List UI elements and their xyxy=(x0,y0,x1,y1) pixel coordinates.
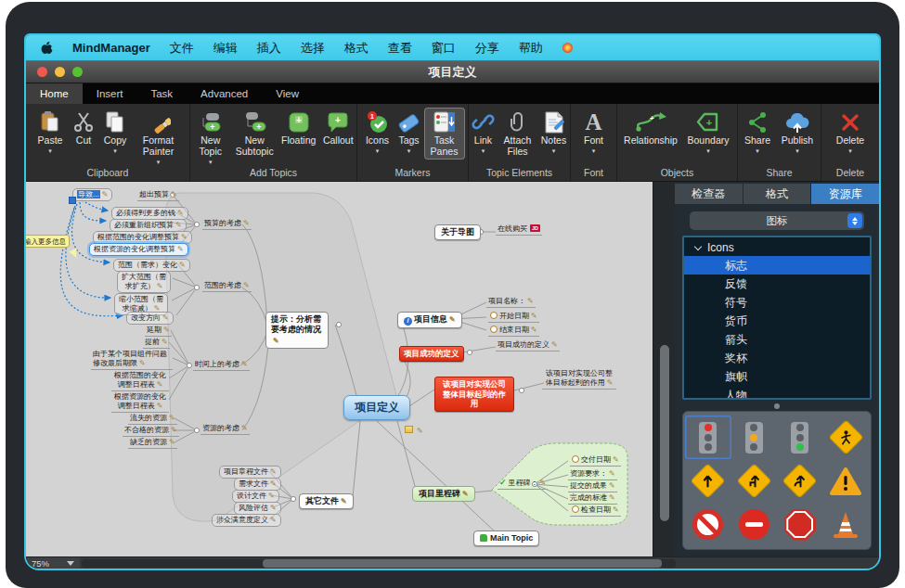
menu-share[interactable]: 分享 xyxy=(475,40,499,57)
topic[interactable]: 资源要求：✎ xyxy=(568,469,617,480)
task-panes-button[interactable]: Task Panes xyxy=(425,109,464,159)
topic[interactable]: 范围（需求）变化✎ xyxy=(113,259,190,272)
tree-item-flags[interactable]: 旗帜 xyxy=(684,367,870,386)
traffic-light-red-icon[interactable] xyxy=(685,415,731,459)
relationship-button[interactable]: + Relationship xyxy=(620,109,681,147)
horizontal-scrollbar[interactable] xyxy=(82,559,676,568)
link-button[interactable]: Link▾ xyxy=(470,109,498,155)
attach-files-button[interactable]: Attach Files xyxy=(498,109,537,159)
topic-success-definition[interactable]: 项目成功的定义 xyxy=(399,346,464,362)
menu-select[interactable]: 选择 xyxy=(301,40,325,57)
close-window-icon[interactable] xyxy=(37,67,47,77)
prohibition-sign-icon[interactable] xyxy=(685,503,731,546)
topic[interactable]: 检查日期✎ xyxy=(570,505,621,517)
menu-app-name[interactable]: MindManager xyxy=(72,41,150,55)
branch-arrow-sign-icon[interactable] xyxy=(777,459,823,503)
merge-arrow-sign-icon[interactable] xyxy=(731,459,778,503)
topic[interactable]: 延期✎ xyxy=(145,326,172,337)
menu-insert[interactable]: 插入 xyxy=(257,40,281,57)
menu-help[interactable]: 帮助 xyxy=(519,40,543,57)
tree-item-trophies[interactable]: 奖杯 xyxy=(684,349,870,367)
topic[interactable]: 项目成功的定义✎ xyxy=(496,340,560,352)
sidebar-tab-format[interactable]: 格式 xyxy=(743,184,811,204)
topic[interactable]: 时间上的考虑✎ xyxy=(193,360,250,371)
floating-topic-button[interactable]: + Floating xyxy=(278,109,319,147)
topic[interactable]: 风险评估✎ xyxy=(234,502,281,515)
cut-button[interactable]: Cut xyxy=(70,109,97,147)
topic-milestone[interactable]: ✓里程碑：✎ xyxy=(498,478,548,490)
tree-item-feedback[interactable]: 反馈 xyxy=(684,275,870,293)
topic[interactable]: 提交的成果✎ xyxy=(568,481,617,492)
topic-company-goal[interactable]: 该项目对实现公司整体目标起到的作用 xyxy=(434,377,514,412)
menu-format[interactable]: 格式 xyxy=(344,40,368,57)
traffic-light-green-icon[interactable] xyxy=(777,415,823,459)
notes-button[interactable]: Notes▾ xyxy=(538,109,570,155)
topic[interactable]: 涉众满意度定义✎ xyxy=(212,514,281,527)
topic[interactable]: 结束日期✎ xyxy=(488,326,539,337)
tree-item-people[interactable]: 人物 xyxy=(684,386,870,400)
apple-menu[interactable] xyxy=(41,40,53,57)
topic[interactable]: 必须得到更多的钱✎ xyxy=(111,207,188,220)
topic[interactable]: 资源的考虑✎ xyxy=(200,424,250,435)
menu-file[interactable]: 文件 xyxy=(170,40,194,57)
tab-task[interactable]: Task xyxy=(136,83,187,104)
no-entry-sign-icon[interactable] xyxy=(731,503,778,546)
topic[interactable]: 交付日期✎ xyxy=(570,455,621,467)
tab-advanced[interactable]: Advanced xyxy=(187,83,262,104)
font-button[interactable]: A Font▾ xyxy=(576,109,612,155)
topic-main-topic[interactable]: Main Topic xyxy=(473,530,539,546)
tree-root-icons[interactable]: Icons xyxy=(684,237,870,256)
topic-hint[interactable]: 提示：分析需要考虑的情况✎ xyxy=(265,312,329,349)
tab-home[interactable]: Home xyxy=(26,83,83,104)
topic[interactable]: 完成的标准✎ xyxy=(568,493,617,505)
straight-arrow-sign-icon[interactable] xyxy=(685,459,731,503)
traffic-light-yellow-icon[interactable] xyxy=(731,415,778,459)
topic[interactable]: 根据资源的变化调整日程表✎ xyxy=(111,392,169,413)
topic[interactable]: 提前✎ xyxy=(143,338,170,349)
panel-resize-handle[interactable] xyxy=(774,403,780,409)
topic[interactable]: 由于某个项目组件问题修改最后期限✎ xyxy=(91,350,173,370)
dropdown-stepper-icon[interactable] xyxy=(847,213,862,228)
vertical-scrollbar[interactable] xyxy=(653,182,675,556)
new-subtopic-button[interactable]: + New Subtopic xyxy=(232,109,278,159)
callout-topic[interactable]: 输入更多信息 xyxy=(26,235,70,248)
topic-buy-online[interactable]: 在线购买JD xyxy=(496,224,542,236)
central-topic[interactable]: 项目定义 xyxy=(343,395,410,420)
topic[interactable]: 需求文件✎ xyxy=(234,478,281,491)
minimize-window-icon[interactable] xyxy=(55,67,65,77)
topic[interactable]: 开始日期✎ xyxy=(488,312,539,323)
share-button[interactable]: Share▾ xyxy=(740,109,775,155)
warning-triangle-icon[interactable] xyxy=(823,459,870,503)
topic-selected[interactable]: 根据资源的变化调整预算✎ xyxy=(89,243,188,256)
topic-daozhi[interactable]: 导致...✎ xyxy=(72,188,112,201)
pedestrian-crossing-icon[interactable] xyxy=(823,415,870,459)
notification-flame-icon[interactable] xyxy=(562,43,573,53)
mind-map-canvas[interactable]: 导致...✎ 超出预算✎ 必须得到更多的钱✎ 必须重新组织预算✎ 根据范围的变化… xyxy=(26,182,653,556)
traffic-cone-icon[interactable] xyxy=(823,503,870,546)
sidebar-tab-library[interactable]: 资源库 xyxy=(811,184,879,204)
topic[interactable]: 改变方向✎ xyxy=(126,312,174,325)
paste-button[interactable]: Paste▾ xyxy=(32,109,69,155)
topic[interactable]: 预算的考虑✎ xyxy=(202,219,252,230)
sidebar-tab-inspector[interactable]: 检查器 xyxy=(675,184,743,204)
callout-button[interactable]: + Callout xyxy=(319,109,356,147)
horizontal-scrollbar-thumb[interactable] xyxy=(263,559,662,568)
tree-item-arrows[interactable]: 箭头 xyxy=(684,330,870,349)
tags-button[interactable]: Tags▾ xyxy=(394,109,424,155)
zoom-window-icon[interactable] xyxy=(72,67,83,77)
topic[interactable]: 范围的考虑✎ xyxy=(202,281,252,292)
topic[interactable]: 流失的资源✎ xyxy=(128,414,177,425)
tree-item-currency[interactable]: 货币 xyxy=(684,312,870,330)
topic-project-info[interactable]: i项目信息✎ xyxy=(397,312,462,328)
topic-other-files[interactable]: 其它文件✎ xyxy=(299,493,354,509)
boundary-button[interactable]: + Boundary▾ xyxy=(682,109,734,155)
topic[interactable]: 项目章程文件✎ xyxy=(219,466,281,479)
topic[interactable]: 项目名称：✎ xyxy=(486,297,536,308)
menu-view[interactable]: 查看 xyxy=(388,40,412,57)
selection-handle[interactable] xyxy=(69,197,76,204)
topic[interactable]: 根据范围的变化调整日程表✎ xyxy=(111,371,169,391)
topic[interactable]: 不合格的资源✎ xyxy=(123,426,179,437)
new-topic-button[interactable]: + New Topic▾ xyxy=(190,109,231,166)
topic[interactable]: 扩大范围（需求扩充）✎ xyxy=(117,271,171,293)
topic-milestones[interactable]: 项目里程碑✎ xyxy=(412,486,475,502)
